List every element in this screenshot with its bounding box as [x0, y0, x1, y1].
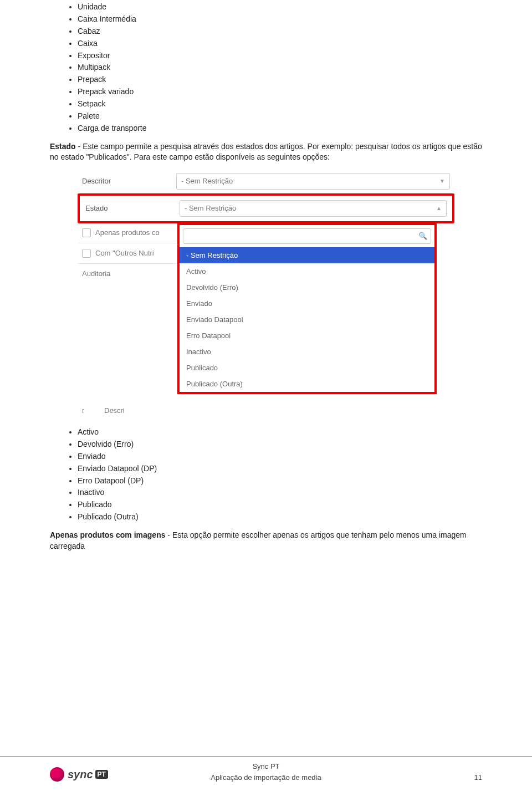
- dropdown-search-input[interactable]: 🔍: [183, 228, 431, 244]
- list-item: Cabaz: [78, 26, 482, 37]
- list-item: Expositor: [78, 50, 482, 61]
- bottom-right-text: Descri: [104, 406, 125, 415]
- dropdown-option[interactable]: Inactivo: [180, 344, 434, 360]
- page-footer: sync PT Sync PT Aplicação de importação …: [0, 756, 532, 783]
- logo-badge: PT: [95, 770, 108, 779]
- footer-line2: Aplicação de importação de media: [211, 772, 321, 783]
- paragraph-imagens: Apenas produtos com imagens - Esta opção…: [50, 530, 482, 552]
- list-item: Prepack variado: [78, 86, 482, 97]
- select-estado-value: - Sem Restrição: [185, 204, 236, 212]
- search-icon: 🔍: [418, 232, 427, 240]
- checkbox-icon: [82, 228, 91, 237]
- caret-up-icon: ▲: [436, 205, 442, 211]
- row-auditoria: Auditoria: [78, 264, 176, 283]
- screenshot-estado-dropdown: Descritor - Sem Restrição ▼ Estado - Sem…: [50, 170, 482, 419]
- logo-text: sync: [68, 768, 93, 781]
- list-item: Unidade: [78, 2, 482, 12]
- checkbox-label-nutri: Com "Outros Nutri: [95, 249, 154, 257]
- paragraph-estado-rest: - Este campo permite a pesquisa através …: [50, 142, 482, 162]
- list-item: Carga de transporte: [78, 123, 482, 134]
- list-item: Erro Datapool (DP): [78, 476, 482, 486]
- list-item: Caixa: [78, 38, 482, 49]
- field-name-estado: Estado: [50, 142, 76, 151]
- logo-syncpt: sync PT: [50, 767, 108, 782]
- dropdown-option[interactable]: Activo: [180, 263, 434, 279]
- select-descritor[interactable]: - Sem Restrição ▼: [176, 173, 450, 190]
- list-item: Inactivo: [78, 487, 482, 498]
- dropdown-option[interactable]: Devolvido (Erro): [180, 279, 434, 295]
- list-item: Prepack: [78, 74, 482, 85]
- field-name-imagens: Apenas produtos com imagens: [50, 530, 165, 539]
- list-item: Publicado: [78, 499, 482, 510]
- highlight-estado-row: Estado - Sem Restrição ▲: [78, 193, 454, 223]
- list-estado-values: ActivoDevolvido (Erro)EnviadoEnviado Dat…: [66, 427, 482, 522]
- checkbox-row-nutri[interactable]: Com "Outros Nutri: [78, 243, 176, 264]
- label-descritor: Descritor: [82, 177, 176, 185]
- form-row-descritor: Descritor - Sem Restrição ▼: [78, 170, 454, 193]
- checkbox-icon: [82, 249, 91, 258]
- list-item: Enviado: [78, 451, 482, 462]
- list-item: Setpack: [78, 99, 482, 109]
- select-estado[interactable]: - Sem Restrição ▲: [180, 200, 447, 217]
- list-item: Caixa Intermédia: [78, 14, 482, 24]
- dropdown-option[interactable]: Publicado: [180, 360, 434, 376]
- dropdown-panel-estado: 🔍 - Sem RestriçãoActivoDevolvido (Erro)E…: [177, 223, 437, 394]
- list-item: Publicado (Outra): [78, 512, 482, 522]
- page-number: 11: [474, 773, 482, 782]
- logo-swirl-icon: [50, 767, 64, 782]
- paragraph-estado: Estado - Este campo permite a pesquisa a…: [50, 141, 482, 163]
- checkbox-label-produtos: Apenas produtos co: [95, 228, 160, 237]
- footer-line1: Sync PT: [211, 761, 321, 772]
- label-estado: Estado: [85, 204, 180, 212]
- label-auditoria: Auditoria: [82, 269, 110, 278]
- dropdown-option[interactable]: Enviado Datapool: [180, 312, 434, 328]
- checkbox-row-produtos[interactable]: Apenas produtos co: [78, 223, 176, 243]
- list-item: Enviado Datapool (DP): [78, 463, 482, 474]
- list-item: Activo: [78, 427, 482, 437]
- caret-down-icon: ▼: [439, 178, 445, 184]
- select-descritor-value: - Sem Restrição: [181, 177, 233, 185]
- list-niveis-hierarquia: UnidadeCaixa IntermédiaCabazCaixaExposit…: [66, 2, 482, 134]
- list-item: Palete: [78, 111, 482, 121]
- dropdown-option[interactable]: Enviado: [180, 295, 434, 312]
- list-item: Devolvido (Erro): [78, 439, 482, 450]
- bottom-left-text: r: [82, 406, 104, 415]
- bottom-row-truncated: r Descri: [78, 399, 454, 419]
- list-item: Multipack: [78, 62, 482, 73]
- dropdown-option[interactable]: Erro Datapool: [180, 328, 434, 344]
- dropdown-option[interactable]: Publicado (Outra): [180, 376, 434, 392]
- dropdown-option[interactable]: - Sem Restrição: [180, 247, 434, 263]
